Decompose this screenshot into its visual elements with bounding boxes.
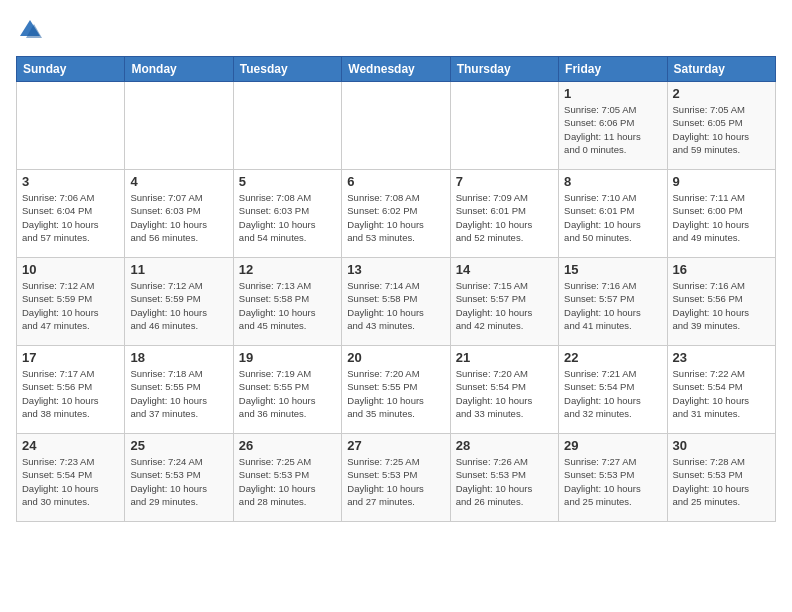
calendar-week-row: 10Sunrise: 7:12 AM Sunset: 5:59 PM Dayli…: [17, 258, 776, 346]
calendar-day-cell: 10Sunrise: 7:12 AM Sunset: 5:59 PM Dayli…: [17, 258, 125, 346]
weekday-row: SundayMondayTuesdayWednesdayThursdayFrid…: [17, 57, 776, 82]
weekday-header: Wednesday: [342, 57, 450, 82]
calendar-day-cell: [125, 82, 233, 170]
logo: [16, 16, 48, 44]
day-number: 12: [239, 262, 336, 277]
calendar-week-row: 17Sunrise: 7:17 AM Sunset: 5:56 PM Dayli…: [17, 346, 776, 434]
weekday-header: Sunday: [17, 57, 125, 82]
day-number: 13: [347, 262, 444, 277]
calendar-day-cell: 7Sunrise: 7:09 AM Sunset: 6:01 PM Daylig…: [450, 170, 558, 258]
calendar-day-cell: 19Sunrise: 7:19 AM Sunset: 5:55 PM Dayli…: [233, 346, 341, 434]
day-number: 21: [456, 350, 553, 365]
day-info: Sunrise: 7:15 AM Sunset: 5:57 PM Dayligh…: [456, 279, 553, 332]
calendar-day-cell: 1Sunrise: 7:05 AM Sunset: 6:06 PM Daylig…: [559, 82, 667, 170]
calendar-day-cell: 22Sunrise: 7:21 AM Sunset: 5:54 PM Dayli…: [559, 346, 667, 434]
day-info: Sunrise: 7:18 AM Sunset: 5:55 PM Dayligh…: [130, 367, 227, 420]
calendar-day-cell: 15Sunrise: 7:16 AM Sunset: 5:57 PM Dayli…: [559, 258, 667, 346]
day-info: Sunrise: 7:09 AM Sunset: 6:01 PM Dayligh…: [456, 191, 553, 244]
day-info: Sunrise: 7:21 AM Sunset: 5:54 PM Dayligh…: [564, 367, 661, 420]
calendar-header: SundayMondayTuesdayWednesdayThursdayFrid…: [17, 57, 776, 82]
day-info: Sunrise: 7:16 AM Sunset: 5:57 PM Dayligh…: [564, 279, 661, 332]
calendar-day-cell: 24Sunrise: 7:23 AM Sunset: 5:54 PM Dayli…: [17, 434, 125, 522]
day-number: 20: [347, 350, 444, 365]
day-info: Sunrise: 7:25 AM Sunset: 5:53 PM Dayligh…: [239, 455, 336, 508]
day-number: 8: [564, 174, 661, 189]
day-number: 25: [130, 438, 227, 453]
day-info: Sunrise: 7:07 AM Sunset: 6:03 PM Dayligh…: [130, 191, 227, 244]
day-info: Sunrise: 7:28 AM Sunset: 5:53 PM Dayligh…: [673, 455, 770, 508]
day-info: Sunrise: 7:12 AM Sunset: 5:59 PM Dayligh…: [130, 279, 227, 332]
day-info: Sunrise: 7:10 AM Sunset: 6:01 PM Dayligh…: [564, 191, 661, 244]
calendar-week-row: 1Sunrise: 7:05 AM Sunset: 6:06 PM Daylig…: [17, 82, 776, 170]
calendar-day-cell: 23Sunrise: 7:22 AM Sunset: 5:54 PM Dayli…: [667, 346, 775, 434]
day-number: 22: [564, 350, 661, 365]
day-number: 2: [673, 86, 770, 101]
day-number: 17: [22, 350, 119, 365]
calendar-day-cell: [342, 82, 450, 170]
day-number: 24: [22, 438, 119, 453]
calendar-day-cell: 11Sunrise: 7:12 AM Sunset: 5:59 PM Dayli…: [125, 258, 233, 346]
day-number: 3: [22, 174, 119, 189]
day-number: 5: [239, 174, 336, 189]
calendar-week-row: 24Sunrise: 7:23 AM Sunset: 5:54 PM Dayli…: [17, 434, 776, 522]
calendar-day-cell: 8Sunrise: 7:10 AM Sunset: 6:01 PM Daylig…: [559, 170, 667, 258]
calendar-day-cell: 16Sunrise: 7:16 AM Sunset: 5:56 PM Dayli…: [667, 258, 775, 346]
header: [16, 16, 776, 44]
weekday-header: Tuesday: [233, 57, 341, 82]
calendar-day-cell: [233, 82, 341, 170]
day-info: Sunrise: 7:05 AM Sunset: 6:05 PM Dayligh…: [673, 103, 770, 156]
day-info: Sunrise: 7:06 AM Sunset: 6:04 PM Dayligh…: [22, 191, 119, 244]
day-info: Sunrise: 7:27 AM Sunset: 5:53 PM Dayligh…: [564, 455, 661, 508]
day-number: 9: [673, 174, 770, 189]
calendar-table: SundayMondayTuesdayWednesdayThursdayFrid…: [16, 56, 776, 522]
day-info: Sunrise: 7:08 AM Sunset: 6:03 PM Dayligh…: [239, 191, 336, 244]
day-number: 27: [347, 438, 444, 453]
calendar-day-cell: 3Sunrise: 7:06 AM Sunset: 6:04 PM Daylig…: [17, 170, 125, 258]
calendar-day-cell: 30Sunrise: 7:28 AM Sunset: 5:53 PM Dayli…: [667, 434, 775, 522]
day-info: Sunrise: 7:20 AM Sunset: 5:55 PM Dayligh…: [347, 367, 444, 420]
calendar-body: 1Sunrise: 7:05 AM Sunset: 6:06 PM Daylig…: [17, 82, 776, 522]
day-number: 4: [130, 174, 227, 189]
day-number: 29: [564, 438, 661, 453]
calendar-day-cell: 6Sunrise: 7:08 AM Sunset: 6:02 PM Daylig…: [342, 170, 450, 258]
calendar-day-cell: 26Sunrise: 7:25 AM Sunset: 5:53 PM Dayli…: [233, 434, 341, 522]
calendar-day-cell: [17, 82, 125, 170]
weekday-header: Monday: [125, 57, 233, 82]
day-info: Sunrise: 7:23 AM Sunset: 5:54 PM Dayligh…: [22, 455, 119, 508]
day-number: 14: [456, 262, 553, 277]
day-info: Sunrise: 7:26 AM Sunset: 5:53 PM Dayligh…: [456, 455, 553, 508]
day-number: 18: [130, 350, 227, 365]
logo-icon: [16, 16, 44, 44]
day-info: Sunrise: 7:16 AM Sunset: 5:56 PM Dayligh…: [673, 279, 770, 332]
calendar-day-cell: 5Sunrise: 7:08 AM Sunset: 6:03 PM Daylig…: [233, 170, 341, 258]
calendar-day-cell: 27Sunrise: 7:25 AM Sunset: 5:53 PM Dayli…: [342, 434, 450, 522]
day-info: Sunrise: 7:17 AM Sunset: 5:56 PM Dayligh…: [22, 367, 119, 420]
day-number: 10: [22, 262, 119, 277]
day-info: Sunrise: 7:08 AM Sunset: 6:02 PM Dayligh…: [347, 191, 444, 244]
calendar-day-cell: 4Sunrise: 7:07 AM Sunset: 6:03 PM Daylig…: [125, 170, 233, 258]
calendar-day-cell: 20Sunrise: 7:20 AM Sunset: 5:55 PM Dayli…: [342, 346, 450, 434]
calendar-day-cell: 17Sunrise: 7:17 AM Sunset: 5:56 PM Dayli…: [17, 346, 125, 434]
day-info: Sunrise: 7:25 AM Sunset: 5:53 PM Dayligh…: [347, 455, 444, 508]
weekday-header: Friday: [559, 57, 667, 82]
calendar-week-row: 3Sunrise: 7:06 AM Sunset: 6:04 PM Daylig…: [17, 170, 776, 258]
day-info: Sunrise: 7:20 AM Sunset: 5:54 PM Dayligh…: [456, 367, 553, 420]
day-number: 23: [673, 350, 770, 365]
day-number: 19: [239, 350, 336, 365]
calendar-day-cell: 9Sunrise: 7:11 AM Sunset: 6:00 PM Daylig…: [667, 170, 775, 258]
day-info: Sunrise: 7:19 AM Sunset: 5:55 PM Dayligh…: [239, 367, 336, 420]
calendar-day-cell: 13Sunrise: 7:14 AM Sunset: 5:58 PM Dayli…: [342, 258, 450, 346]
calendar-day-cell: 29Sunrise: 7:27 AM Sunset: 5:53 PM Dayli…: [559, 434, 667, 522]
day-number: 11: [130, 262, 227, 277]
day-number: 15: [564, 262, 661, 277]
calendar-day-cell: 28Sunrise: 7:26 AM Sunset: 5:53 PM Dayli…: [450, 434, 558, 522]
calendar-day-cell: 12Sunrise: 7:13 AM Sunset: 5:58 PM Dayli…: [233, 258, 341, 346]
day-number: 1: [564, 86, 661, 101]
calendar-day-cell: 2Sunrise: 7:05 AM Sunset: 6:05 PM Daylig…: [667, 82, 775, 170]
day-number: 30: [673, 438, 770, 453]
weekday-header: Saturday: [667, 57, 775, 82]
day-number: 7: [456, 174, 553, 189]
calendar-day-cell: 25Sunrise: 7:24 AM Sunset: 5:53 PM Dayli…: [125, 434, 233, 522]
day-info: Sunrise: 7:12 AM Sunset: 5:59 PM Dayligh…: [22, 279, 119, 332]
day-info: Sunrise: 7:22 AM Sunset: 5:54 PM Dayligh…: [673, 367, 770, 420]
